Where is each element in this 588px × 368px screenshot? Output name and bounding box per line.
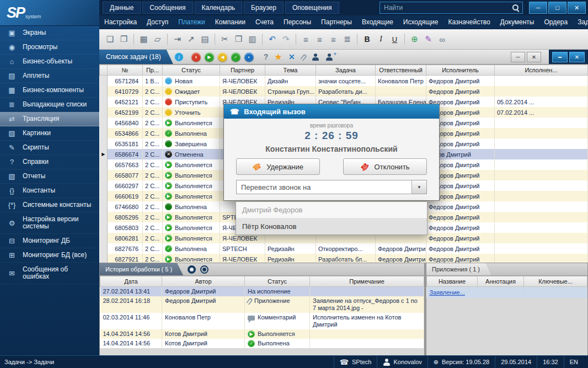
task-window-close-button[interactable]: ✕ [569,52,585,62]
return-button[interactable]: ◀ [218,52,227,62]
record-icon[interactable] [188,265,196,274]
underline-icon[interactable]: U [388,33,401,46]
user-add-button[interactable]: + [326,54,336,61]
sidebar-item-scripts[interactable]: ✎Скрипты [0,141,99,155]
close-button[interactable]: ✕ [568,2,586,14]
tab-attachments[interactable]: Приложения ( 1 ) [426,263,491,275]
history-row[interactable]: 27.02.2014 13:41Федоров ДмитрийНа исполн… [100,287,424,297]
minimize-button[interactable]: ─ [529,2,547,14]
bold-icon[interactable]: B [361,33,373,46]
sidebar-item-references[interactable]: ?Справки [0,155,99,169]
align-justify-icon[interactable]: ≣ [341,33,354,46]
nav-tab[interactable]: Партнеры [316,18,357,26]
attach-button[interactable] [302,54,306,61]
sidebar-item-system-version-settings[interactable]: ⚙Настройка версии системы [0,212,99,234]
status-user[interactable]: Konovalov [377,356,427,368]
nav-tab[interactable]: Документы [495,18,539,26]
sidebar-item-system-constants[interactable]: {*}Системные константы [0,198,99,212]
sidebar-item-constants[interactable]: {}Константы [0,184,99,198]
panel-close-button[interactable]: ✕ [527,52,541,62]
nav-tab[interactable]: Настройка [99,18,142,26]
attachment-row[interactable]: Заявление... [427,287,587,298]
top-menu-item[interactable]: Данные [103,2,141,14]
globe-icon[interactable]: ⊕ [408,33,421,46]
start-button[interactable]: ▶ [205,52,214,62]
align-left-icon[interactable]: ≡ [300,33,312,46]
search-input[interactable] [383,3,512,12]
nav-tab[interactable]: Доступ [142,18,173,26]
stop-button[interactable]: ▪ [244,52,254,62]
dropdown-option[interactable]: Дмитрий Федоров [236,202,427,218]
status-language[interactable]: EN [564,356,584,368]
paste-icon[interactable]: ▥ [246,33,259,46]
nav-tab[interactable]: Ордера [539,18,573,26]
sidebar-item-db-monitoring-all[interactable]: ⊞Мониторинг БД (все) [0,248,99,263]
sidebar-item-error-messages[interactable]: ✉Сообщения об ошибках [0,263,99,284]
sidebar-item-reports[interactable]: ▧Отчеты [0,169,99,184]
tab-task-list[interactable]: Список задач (18) [99,50,173,64]
history-row[interactable]: 02.03.2014 11:46Коновалов ПетрКомментари… [100,313,424,329]
top-menu-item[interactable]: Оповещения [285,2,339,14]
dropdown-option[interactable]: Пётр Коновалов [236,218,427,234]
search-icon[interactable] [512,4,520,12]
save-icon[interactable]: ▦ [137,33,150,46]
maximize-button[interactable]: □ [548,2,566,14]
sidebar-item-applets[interactable]: ▤Апплеты [0,69,99,83]
folder-icon[interactable]: ▱ [151,33,164,46]
table-row[interactable]: 65712841 В...НоваяЯ-ЧЕЛОВЕКДизайнзначки … [100,76,588,87]
nav-tab[interactable]: Задачи [573,18,588,26]
cut-icon[interactable]: ✂ [218,33,231,46]
top-menu-item[interactable]: Календарь [195,2,243,14]
link-icon[interactable]: ∞ [436,33,448,46]
sidebar-item-business-objects[interactable]: ⌂Бизнес-объекты [0,55,99,69]
sidebar-item-screens[interactable]: ▣Экраны [0,26,99,40]
nav-tab[interactable]: Входящие [357,18,398,26]
tab-history[interactable]: История обработки ( 5 ) [100,263,183,275]
redo-icon[interactable]: ↷ [280,33,292,46]
task-window-minimize-button[interactable]: ━ [552,52,568,62]
open-document-icon[interactable]: ❐ [117,33,130,46]
decline-button[interactable]: ☎ Отклонить [343,158,427,175]
complete-button[interactable]: ✓ [231,52,240,62]
table-row[interactable]: 68276762 С...✓ВыполненаSPTECHРедизайнОтк… [100,243,588,254]
new-document-icon[interactable]: ❏ [104,33,116,46]
attachment-link[interactable]: Заявление... [430,289,465,296]
sidebar-item-translation[interactable]: ⇄Трансляция [0,112,99,126]
hold-button[interactable]: ☎ Удержание [236,158,320,175]
transfer-call-combobox[interactable]: Перевести звонок на ▼ [236,180,427,194]
export-icon[interactable]: ↗ [185,33,197,46]
align-right-icon[interactable]: ≡ [327,33,340,46]
history-row[interactable]: 14.04.2014 14:56Котов Дмитрий✓Выполнена [100,339,424,348]
copy-icon[interactable]: ❐ [232,33,245,46]
sidebar-item-dropdown-lists[interactable]: ≣Выпадающие списки [0,98,99,112]
sidebar-item-business-components[interactable]: ▦Бизнес-компоненты [0,83,99,98]
panel-minimize-button[interactable]: ─ [511,52,525,62]
nav-tab[interactable]: Платежи [173,18,210,26]
delete-button[interactable]: ✕ [288,52,295,61]
print-icon[interactable]: ▤ [199,33,211,46]
nav-tab[interactable]: Компании [210,18,250,26]
table-row[interactable]: 64107292 С...ОжидаетЯ-ЧЕЛОВЕКСтраница Гр… [100,86,588,97]
top-menu-item[interactable]: Сообщения [142,2,193,14]
sidebar-item-db-monitoring[interactable]: ⊟Мониторинг ДБ [0,234,99,248]
info-icon[interactable]: i [174,52,184,62]
favorite-button[interactable]: ★ [275,52,282,61]
sidebar-item-pictures[interactable]: ▨Картинки [0,126,99,141]
help-button[interactable]: ? [264,52,269,61]
chevron-down-icon[interactable]: ▼ [411,180,426,194]
top-menu-item[interactable]: Браузер [244,2,284,14]
history-row[interactable]: 28.02.2014 16:18Федоров ДмитрийПриложени… [100,296,424,313]
undo-icon[interactable]: ↶ [266,33,279,46]
align-center-icon[interactable]: ≡ [313,33,326,46]
sidebar-item-views[interactable]: ◉Просмотры [0,40,99,55]
import-icon[interactable]: ⇥ [171,33,184,46]
record-outline-icon[interactable] [200,265,209,274]
nav-tab[interactable]: Счета [250,18,279,26]
nav-tab[interactable]: Казначейство [443,18,495,26]
history-row[interactable]: 14.04.2014 14:56Котов Дмитрий▶Выполняетс… [100,329,424,339]
nav-tab[interactable]: Исходящие [398,18,443,26]
pause-button[interactable]: ‖ [191,52,201,62]
status-company[interactable]: ☎ SPtech [334,356,377,368]
italic-icon[interactable]: I [375,33,387,46]
pen-icon[interactable]: ✎ [422,33,435,46]
